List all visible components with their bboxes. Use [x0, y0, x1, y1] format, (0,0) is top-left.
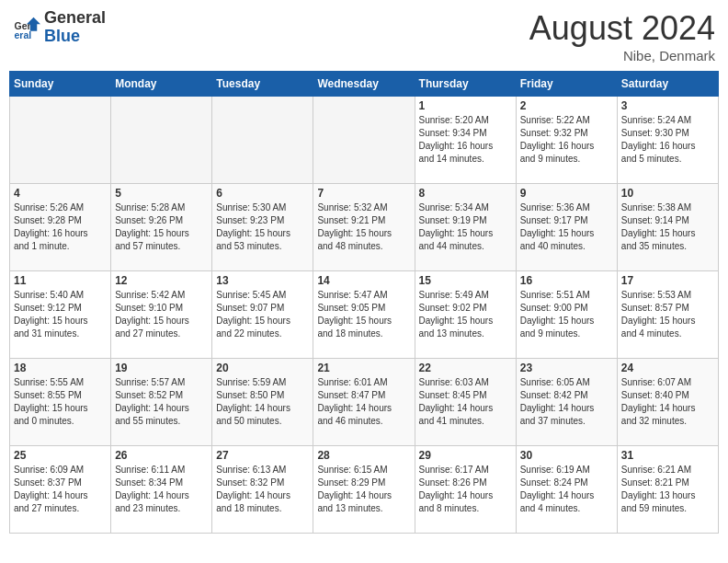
calendar-cell — [111, 97, 212, 184]
calendar-cell: 27Sunrise: 6:13 AM Sunset: 8:32 PM Dayli… — [212, 446, 313, 534]
calendar-cell — [10, 97, 111, 184]
calendar-week-row: 4Sunrise: 5:26 AM Sunset: 9:28 PM Daylig… — [10, 184, 719, 271]
day-info: Sunrise: 6:21 AM Sunset: 8:21 PM Dayligh… — [621, 464, 714, 515]
day-info: Sunrise: 5:45 AM Sunset: 9:07 PM Dayligh… — [216, 289, 309, 340]
header-monday: Monday — [111, 72, 212, 97]
day-number: 7 — [317, 187, 410, 200]
day-number: 14 — [317, 274, 410, 287]
calendar-cell: 2Sunrise: 5:22 AM Sunset: 9:32 PM Daylig… — [516, 97, 617, 184]
location-label: Nibe, Denmark — [529, 48, 715, 63]
day-number: 28 — [317, 449, 410, 462]
day-info: Sunrise: 6:07 AM Sunset: 8:40 PM Dayligh… — [621, 376, 714, 428]
day-number: 1 — [419, 99, 512, 112]
logo-general: General — [44, 9, 106, 28]
calendar-cell: 8Sunrise: 5:34 AM Sunset: 9:19 PM Daylig… — [415, 184, 516, 271]
day-number: 30 — [520, 449, 613, 462]
calendar-cell: 19Sunrise: 5:57 AM Sunset: 8:52 PM Dayli… — [111, 359, 212, 446]
calendar-cell: 15Sunrise: 5:49 AM Sunset: 9:02 PM Dayli… — [415, 271, 516, 359]
day-info: Sunrise: 5:40 AM Sunset: 9:12 PM Dayligh… — [14, 289, 107, 340]
calendar-cell: 6Sunrise: 5:30 AM Sunset: 9:23 PM Daylig… — [212, 184, 313, 271]
calendar-cell: 28Sunrise: 6:15 AM Sunset: 8:29 PM Dayli… — [313, 446, 415, 534]
calendar-cell: 17Sunrise: 5:53 AM Sunset: 8:57 PM Dayli… — [617, 271, 718, 359]
day-info: Sunrise: 5:24 AM Sunset: 9:30 PM Dayligh… — [621, 114, 714, 166]
day-number: 23 — [520, 362, 613, 374]
day-number: 18 — [14, 362, 107, 374]
day-number: 13 — [216, 274, 309, 287]
day-number: 24 — [621, 362, 714, 374]
day-info: Sunrise: 5:22 AM Sunset: 9:32 PM Dayligh… — [520, 114, 613, 166]
calendar-cell: 4Sunrise: 5:26 AM Sunset: 9:28 PM Daylig… — [10, 184, 111, 271]
day-number: 16 — [520, 274, 613, 287]
day-info: Sunrise: 6:11 AM Sunset: 8:34 PM Dayligh… — [115, 464, 208, 515]
day-info: Sunrise: 5:42 AM Sunset: 9:10 PM Dayligh… — [115, 289, 208, 340]
day-info: Sunrise: 6:03 AM Sunset: 8:45 PM Dayligh… — [419, 376, 512, 428]
header-wednesday: Wednesday — [313, 72, 415, 97]
day-info: Sunrise: 5:47 AM Sunset: 9:05 PM Dayligh… — [317, 289, 410, 340]
calendar-cell — [212, 97, 313, 184]
calendar-cell: 29Sunrise: 6:17 AM Sunset: 8:26 PM Dayli… — [415, 446, 516, 534]
calendar-cell: 16Sunrise: 5:51 AM Sunset: 9:00 PM Dayli… — [516, 271, 617, 359]
title-block: August 2024 Nibe, Denmark — [529, 9, 715, 63]
day-info: Sunrise: 5:53 AM Sunset: 8:57 PM Dayligh… — [621, 289, 714, 340]
day-info: Sunrise: 5:20 AM Sunset: 9:34 PM Dayligh… — [419, 114, 512, 166]
day-number: 6 — [216, 187, 309, 200]
day-number: 2 — [520, 99, 613, 112]
calendar-header-row: SundayMondayTuesdayWednesdayThursdayFrid… — [10, 72, 719, 97]
day-info: Sunrise: 6:17 AM Sunset: 8:26 PM Dayligh… — [419, 464, 512, 515]
calendar-cell — [313, 97, 415, 184]
calendar-cell: 21Sunrise: 6:01 AM Sunset: 8:47 PM Dayli… — [313, 359, 415, 446]
header-saturday: Saturday — [617, 72, 718, 97]
day-info: Sunrise: 6:15 AM Sunset: 8:29 PM Dayligh… — [317, 464, 410, 515]
calendar-week-row: 1Sunrise: 5:20 AM Sunset: 9:34 PM Daylig… — [10, 97, 719, 184]
day-info: Sunrise: 6:19 AM Sunset: 8:24 PM Dayligh… — [520, 464, 613, 515]
day-number: 21 — [317, 362, 410, 374]
day-info: Sunrise: 5:49 AM Sunset: 9:02 PM Dayligh… — [419, 289, 512, 340]
calendar-table: SundayMondayTuesdayWednesdayThursdayFrid… — [9, 71, 719, 534]
day-info: Sunrise: 6:13 AM Sunset: 8:32 PM Dayligh… — [216, 464, 309, 515]
calendar-cell: 1Sunrise: 5:20 AM Sunset: 9:34 PM Daylig… — [415, 97, 516, 184]
day-number: 8 — [419, 187, 512, 200]
calendar-cell: 7Sunrise: 5:32 AM Sunset: 9:21 PM Daylig… — [313, 184, 415, 271]
calendar-cell: 5Sunrise: 5:28 AM Sunset: 9:26 PM Daylig… — [111, 184, 212, 271]
day-number: 29 — [419, 449, 512, 462]
calendar-cell: 30Sunrise: 6:19 AM Sunset: 8:24 PM Dayli… — [516, 446, 617, 534]
day-number: 3 — [621, 99, 714, 112]
day-number: 12 — [115, 274, 208, 287]
calendar-cell: 24Sunrise: 6:07 AM Sunset: 8:40 PM Dayli… — [617, 359, 718, 446]
logo-blue-text: Blue — [44, 28, 106, 46]
page-header: Gen eral General Blue August 2024 Nibe, … — [9, 9, 719, 63]
logo: Gen eral General Blue — [13, 9, 106, 46]
day-number: 11 — [14, 274, 107, 287]
day-info: Sunrise: 5:51 AM Sunset: 9:00 PM Dayligh… — [520, 289, 613, 340]
day-info: Sunrise: 6:09 AM Sunset: 8:37 PM Dayligh… — [14, 464, 107, 515]
day-info: Sunrise: 5:59 AM Sunset: 8:50 PM Dayligh… — [216, 376, 309, 428]
day-info: Sunrise: 5:30 AM Sunset: 9:23 PM Dayligh… — [216, 201, 309, 253]
calendar-week-row: 18Sunrise: 5:55 AM Sunset: 8:55 PM Dayli… — [10, 359, 719, 446]
day-info: Sunrise: 5:32 AM Sunset: 9:21 PM Dayligh… — [317, 201, 410, 253]
logo-icon: Gen eral — [13, 14, 40, 41]
calendar-cell: 10Sunrise: 5:38 AM Sunset: 9:14 PM Dayli… — [617, 184, 718, 271]
header-thursday: Thursday — [415, 72, 516, 97]
day-number: 5 — [115, 187, 208, 200]
day-info: Sunrise: 5:26 AM Sunset: 9:28 PM Dayligh… — [14, 201, 107, 253]
day-number: 25 — [14, 449, 107, 462]
calendar-cell: 13Sunrise: 5:45 AM Sunset: 9:07 PM Dayli… — [212, 271, 313, 359]
day-info: Sunrise: 6:01 AM Sunset: 8:47 PM Dayligh… — [317, 376, 410, 428]
day-number: 20 — [216, 362, 309, 374]
calendar-week-row: 11Sunrise: 5:40 AM Sunset: 9:12 PM Dayli… — [10, 271, 719, 359]
day-number: 10 — [621, 187, 714, 200]
header-friday: Friday — [516, 72, 617, 97]
day-info: Sunrise: 5:36 AM Sunset: 9:17 PM Dayligh… — [520, 201, 613, 253]
day-number: 27 — [216, 449, 309, 462]
day-info: Sunrise: 6:05 AM Sunset: 8:42 PM Dayligh… — [520, 376, 613, 428]
calendar-cell: 12Sunrise: 5:42 AM Sunset: 9:10 PM Dayli… — [111, 271, 212, 359]
header-sunday: Sunday — [10, 72, 111, 97]
calendar-cell: 25Sunrise: 6:09 AM Sunset: 8:37 PM Dayli… — [10, 446, 111, 534]
calendar-cell: 20Sunrise: 5:59 AM Sunset: 8:50 PM Dayli… — [212, 359, 313, 446]
calendar-cell: 11Sunrise: 5:40 AM Sunset: 9:12 PM Dayli… — [10, 271, 111, 359]
day-number: 31 — [621, 449, 714, 462]
day-info: Sunrise: 5:28 AM Sunset: 9:26 PM Dayligh… — [115, 201, 208, 253]
month-year-title: August 2024 — [529, 9, 715, 48]
calendar-cell: 22Sunrise: 6:03 AM Sunset: 8:45 PM Dayli… — [415, 359, 516, 446]
day-info: Sunrise: 5:34 AM Sunset: 9:19 PM Dayligh… — [419, 201, 512, 253]
